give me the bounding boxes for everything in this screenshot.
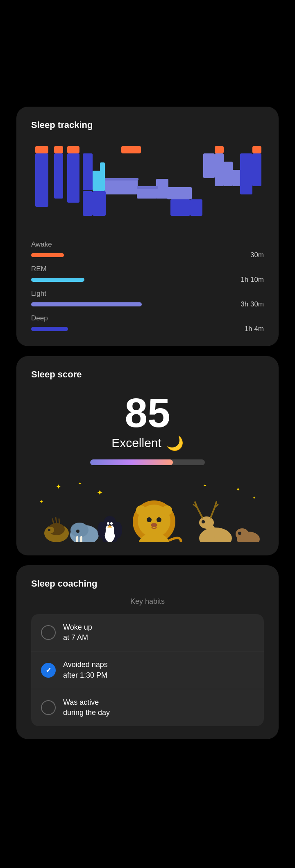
- svg-point-69: [202, 520, 205, 523]
- svg-point-60: [162, 505, 172, 515]
- habit-text-naps: Avoided napsafter 1:30 PM: [63, 660, 108, 680]
- svg-rect-25: [252, 153, 261, 186]
- sleep-chart-svg: [31, 139, 264, 229]
- score-bar-fill: [90, 459, 173, 465]
- light-bar: [31, 302, 142, 306]
- svg-rect-23: [233, 170, 241, 186]
- svg-line-40: [59, 519, 59, 524]
- habit-text-wakeup: Woke upat 7 AM: [63, 622, 92, 643]
- svg-rect-17: [93, 191, 106, 216]
- svg-point-43: [70, 523, 88, 537]
- habit-item-active[interactable]: Was activeduring the day: [31, 689, 264, 726]
- light-label: Light: [31, 290, 264, 298]
- deep-value: 1h 4m: [245, 325, 264, 333]
- svg-point-75: [236, 528, 249, 540]
- svg-rect-7: [100, 162, 105, 191]
- svg-rect-15: [167, 187, 192, 199]
- legend-deep: Deep 1h 4m: [31, 314, 264, 333]
- svg-rect-22: [224, 162, 233, 186]
- svg-rect-2: [67, 146, 79, 153]
- svg-line-38: [52, 519, 54, 524]
- deep-label: Deep: [31, 314, 264, 322]
- legend-rem: REM 1h 10m: [31, 265, 264, 284]
- svg-text:✦: ✦: [78, 481, 82, 486]
- score-label: Excellent: [111, 436, 161, 450]
- svg-text:✦: ✦: [236, 487, 240, 492]
- svg-point-41: [48, 529, 50, 531]
- score-bar-container: [90, 459, 205, 465]
- svg-point-54: [114, 522, 122, 538]
- svg-point-52: [110, 522, 113, 525]
- svg-point-66: [199, 528, 232, 542]
- svg-point-63: [151, 523, 157, 527]
- animals-svg: ✦ ✦ ✦ ✦ ✦ ✦ ✦: [31, 477, 264, 542]
- svg-point-68: [199, 516, 214, 529]
- legend-awake: Awake 30m: [31, 240, 264, 259]
- svg-point-51: [107, 522, 109, 525]
- svg-rect-20: [203, 153, 215, 178]
- svg-point-49: [104, 516, 116, 526]
- habit-item-naps[interactable]: ✓ Avoided napsafter 1:30 PM: [31, 651, 264, 689]
- svg-text:✦: ✦: [56, 483, 61, 490]
- animals-scene: ✦ ✦ ✦ ✦ ✦ ✦ ✦: [31, 477, 264, 542]
- svg-point-61: [147, 517, 152, 522]
- svg-rect-1: [54, 146, 63, 153]
- svg-rect-16: [83, 191, 93, 216]
- svg-point-62: [157, 517, 161, 522]
- light-value: 3h 30m: [241, 300, 264, 308]
- svg-rect-14: [156, 179, 168, 199]
- svg-rect-19: [190, 199, 202, 216]
- awake-bar: [31, 253, 64, 257]
- svg-rect-27: [137, 186, 158, 189]
- svg-point-59: [136, 505, 146, 515]
- sleep-tracking-card: Sleep tracking: [16, 107, 279, 346]
- rem-bar: [31, 278, 84, 282]
- habit-checkbox-naps[interactable]: ✓: [41, 663, 56, 678]
- svg-point-53: [98, 522, 106, 538]
- svg-rect-18: [170, 199, 190, 216]
- rem-label: REM: [31, 265, 264, 273]
- svg-rect-13: [137, 187, 157, 199]
- habit-item-wakeup[interactable]: Woke upat 7 AM: [31, 614, 264, 651]
- svg-text:✦: ✦: [39, 499, 43, 505]
- score-section: 85 Excellent 🌙 ✦ ✦ ✦ ✦ ✦ ✦ ✦: [31, 388, 264, 542]
- svg-rect-8: [35, 153, 48, 207]
- svg-text:✦: ✦: [203, 483, 206, 488]
- sleep-chart: [31, 139, 264, 229]
- sleep-coaching-card: Sleep coaching Key habits Woke upat 7 AM…: [16, 565, 279, 739]
- habits-list: Woke upat 7 AM ✓ Avoided napsafter 1:30 …: [31, 614, 264, 726]
- svg-rect-21: [215, 153, 224, 186]
- moon-icon: 🌙: [166, 435, 184, 451]
- awake-value: 30m: [250, 251, 264, 259]
- svg-text:✦: ✦: [252, 496, 256, 500]
- svg-rect-26: [105, 178, 138, 180]
- svg-rect-45: [80, 536, 82, 542]
- svg-rect-12: [105, 179, 138, 194]
- svg-rect-3: [121, 146, 141, 153]
- sleep-score-card: Sleep score 85 Excellent 🌙 ✦ ✦ ✦ ✦ ✦ ✦ ✦: [16, 356, 279, 555]
- checkmark-icon: ✓: [45, 666, 52, 675]
- svg-rect-6: [93, 171, 101, 191]
- legend-light: Light 3h 30m: [31, 290, 264, 308]
- score-number: 85: [125, 392, 170, 433]
- svg-rect-9: [54, 153, 63, 199]
- sleep-legend: Awake 30m REM 1h 10m Light 3h 30m Deep: [31, 240, 264, 333]
- sleep-tracking-title: Sleep tracking: [31, 120, 264, 130]
- rem-value: 1h 10m: [241, 276, 264, 284]
- habit-text-active: Was activeduring the day: [63, 697, 110, 718]
- svg-text:✦: ✦: [97, 489, 103, 497]
- svg-rect-0: [35, 146, 48, 153]
- awake-label: Awake: [31, 240, 264, 249]
- score-label-row: Excellent 🌙: [111, 435, 184, 451]
- svg-rect-5: [252, 146, 261, 153]
- sleep-score-title: Sleep score: [31, 369, 264, 380]
- svg-rect-11: [83, 153, 93, 190]
- coaching-subtitle: Key habits: [31, 597, 264, 606]
- svg-rect-4: [215, 146, 224, 153]
- deep-bar: [31, 327, 68, 331]
- svg-point-76: [238, 532, 241, 535]
- habit-checkbox-wakeup[interactable]: [41, 625, 56, 640]
- habit-checkbox-active[interactable]: [41, 700, 56, 715]
- svg-rect-10: [67, 153, 79, 203]
- sleep-coaching-title: Sleep coaching: [31, 578, 264, 589]
